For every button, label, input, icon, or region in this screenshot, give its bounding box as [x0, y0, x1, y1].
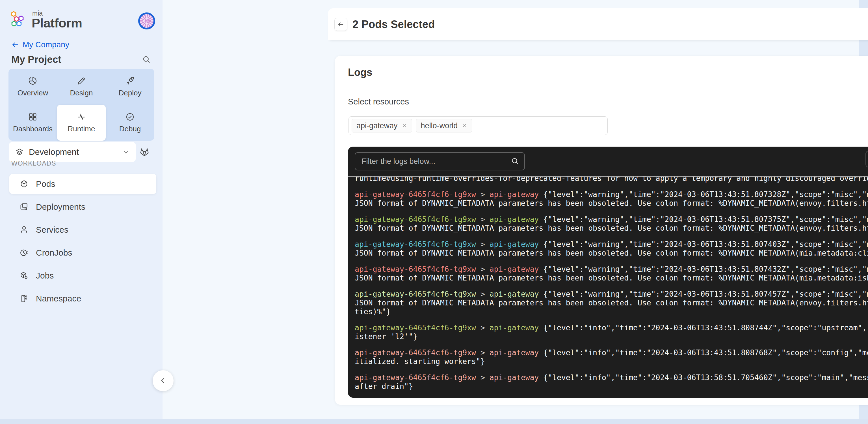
pod-container-separator: >	[476, 373, 490, 382]
sidebar-item-label: Services	[36, 225, 68, 235]
sidebar-item-cronjobs[interactable]: CronJobs	[9, 243, 156, 263]
sidebar-item-label: Pods	[36, 179, 55, 189]
container-name: api-gateway	[490, 348, 539, 357]
project-title: My Project	[11, 54, 61, 65]
back-button[interactable]	[334, 18, 347, 31]
scroll-to-top-button[interactable]	[865, 150, 868, 168]
pod-name: api-gateway-6465f4cf6-tg9xw	[355, 289, 476, 298]
tab-overview[interactable]: Overview	[8, 69, 57, 105]
resource-tag: api-gateway	[351, 119, 412, 133]
pod-name: api-gateway-6465f4cf6-tg9xw	[355, 190, 476, 199]
tab-label: Design	[70, 89, 93, 97]
tab-debug[interactable]: Debug	[106, 105, 154, 141]
pod-name: api-gateway-6465f4cf6-tg9xw	[355, 215, 476, 224]
sidebar-item-label: Namespace	[36, 294, 81, 304]
workloads-menu: Pods Deployments Services CronJobs Jobs …	[9, 174, 156, 312]
page-title: 2 Pods Selected	[352, 18, 435, 31]
page-bottom-strip	[0, 419, 868, 424]
log-viewer: runtime#using-runtime-overrides-for-depr…	[348, 147, 868, 398]
back-to-company-link[interactable]: My Company	[11, 40, 69, 49]
box-gear-icon	[20, 271, 29, 280]
sidebar-item-label: CronJobs	[36, 248, 72, 258]
log-entry: api-gateway-6465f4cf6-tg9xw > api-gatewa…	[355, 190, 868, 207]
resources-select-input[interactable]: api-gateway hello-world	[348, 116, 608, 135]
pod-container-separator: >	[476, 215, 490, 224]
sidebar-item-deployments[interactable]: Deployments	[9, 197, 156, 217]
tab-dashboards[interactable]: Dashboards	[8, 105, 57, 141]
workloads-section-label: WORKLOADS	[11, 160, 56, 167]
layers-icon	[15, 148, 24, 156]
sidebar: mia Platform My Company My Project Overv…	[0, 0, 162, 419]
container-name: api-gateway	[490, 240, 539, 249]
main-area: 2 Pods Selected Restart Pods Logs Select…	[162, 0, 859, 419]
container-name: api-gateway	[490, 323, 539, 332]
mia-platform-logo	[10, 11, 24, 27]
pod-container-separator: >	[476, 265, 490, 274]
sidebar-item-label: Deployments	[36, 202, 85, 212]
resource-tag: hello-world	[416, 119, 472, 133]
close-icon[interactable]	[402, 123, 407, 129]
sidebar-item-jobs[interactable]: Jobs	[9, 266, 156, 286]
resource-tag-label: api-gateway	[356, 121, 398, 130]
pod-container-separator: >	[476, 348, 490, 357]
tab-design[interactable]: Design	[57, 69, 106, 105]
rocket-icon	[125, 76, 135, 86]
container-name: api-gateway	[490, 190, 539, 199]
sidebar-item-namespace[interactable]: Namespace	[9, 289, 156, 309]
logs-title: Logs	[348, 66, 372, 78]
copy-gear-icon	[20, 202, 29, 211]
container-name: api-gateway	[490, 373, 539, 382]
close-icon[interactable]	[462, 123, 467, 129]
brand-platform: Platform	[32, 16, 82, 31]
chevron-left-icon	[159, 376, 167, 385]
log-entry: api-gateway-6465f4cf6-tg9xw > api-gatewa…	[355, 348, 868, 366]
container-name: api-gateway	[490, 265, 539, 274]
tab-label: Overview	[18, 89, 48, 97]
container-name: api-gateway	[490, 215, 539, 224]
search-icon[interactable]	[142, 55, 151, 64]
select-resources-label: Select resources	[348, 97, 409, 107]
sidebar-collapse-button[interactable]	[153, 370, 174, 391]
section-nav: Overview Design Deploy Dashboards Runtim…	[8, 69, 154, 141]
avatar[interactable]	[138, 12, 155, 29]
pod-container-separator: >	[476, 323, 490, 332]
deployed-unit-icon	[20, 225, 29, 234]
resource-tag-label: hello-world	[421, 121, 458, 130]
log-entries[interactable]: runtime#using-runtime-overrides-for-depr…	[355, 177, 868, 398]
tab-label: Runtime	[68, 124, 95, 133]
sidebar-item-label: Jobs	[36, 271, 54, 281]
tab-deploy[interactable]: Deploy	[106, 69, 154, 105]
pod-name: api-gateway-6465f4cf6-tg9xw	[355, 323, 476, 332]
page-header: 2 Pods Selected Restart Pods	[328, 8, 868, 40]
environment-label: Development	[29, 147, 79, 157]
log-message: runtime#using-runtime-overrides-for-depr…	[355, 177, 868, 182]
clock-icon	[20, 248, 29, 257]
chevron-down-icon	[122, 148, 129, 156]
log-entry: api-gateway-6465f4cf6-tg9xw > api-gatewa…	[355, 265, 868, 282]
environment-select[interactable]: Development	[9, 142, 136, 162]
logs-card: Logs Select resources api-gateway hello-…	[335, 56, 868, 405]
tab-label: Debug	[119, 124, 141, 133]
grid-icon	[28, 112, 38, 122]
pod-name: api-gateway-6465f4cf6-tg9xw	[355, 265, 476, 274]
log-filter-input[interactable]	[355, 152, 525, 170]
pod-container-separator: >	[476, 289, 490, 298]
pie-chart-icon	[28, 76, 38, 86]
container-name: api-gateway	[490, 289, 539, 298]
sidebar-item-pods[interactable]: Pods	[9, 174, 156, 194]
back-link-label: My Company	[23, 40, 69, 49]
log-entry: api-gateway-6465f4cf6-tg9xw > api-gatewa…	[355, 215, 868, 232]
log-entry: api-gateway-6465f4cf6-tg9xw > api-gatewa…	[355, 323, 868, 341]
tab-label: Deploy	[119, 89, 142, 97]
pod-container-separator: >	[476, 240, 490, 249]
tab-label: Dashboards	[13, 124, 53, 133]
tab-runtime[interactable]: Runtime	[57, 105, 106, 141]
sidebar-item-services[interactable]: Services	[9, 220, 156, 240]
arrow-left-icon	[337, 21, 345, 28]
log-entry: api-gateway-6465f4cf6-tg9xw > api-gatewa…	[355, 373, 868, 391]
log-entry: api-gateway-6465f4cf6-tg9xw > api-gatewa…	[355, 240, 868, 257]
pod-name: api-gateway-6465f4cf6-tg9xw	[355, 373, 476, 382]
pod-name: api-gateway-6465f4cf6-tg9xw	[355, 348, 476, 357]
gitlab-icon[interactable]	[139, 147, 150, 158]
pod-name: api-gateway-6465f4cf6-tg9xw	[355, 240, 476, 249]
